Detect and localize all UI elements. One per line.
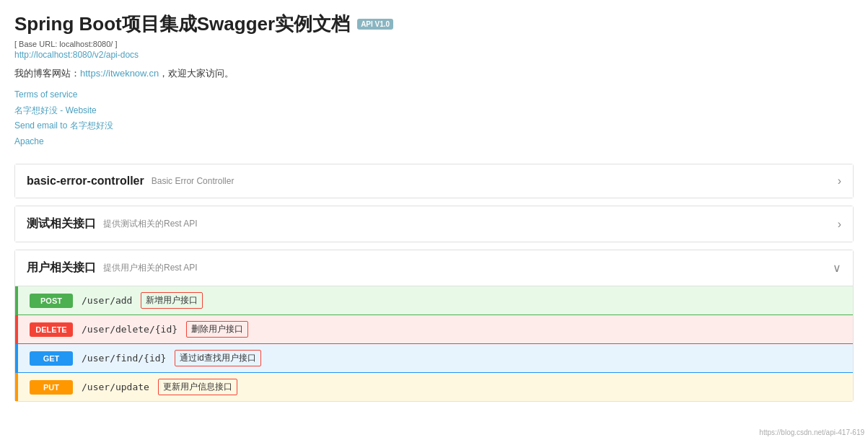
controller-desc: 提供测试相关的Rest API xyxy=(103,218,198,230)
chevron-icon: ∨ xyxy=(833,261,841,275)
controller-group: 用户相关接口提供用户相关的Rest API∨POST/user/add新增用户接… xyxy=(14,250,854,402)
controller-header[interactable]: basic-error-controllerBasic Error Contro… xyxy=(15,164,853,198)
endpoint-path: /user/delete/{id} xyxy=(82,324,177,335)
page-header: Spring Boot项目集成Swagger实例文档 API V1.0 xyxy=(14,12,854,37)
endpoint-summary: 删除用户接口 xyxy=(186,321,248,338)
blog-link[interactable]: https://itweknow.cn xyxy=(80,68,159,79)
controller-title: 用户相关接口提供用户相关的Rest API xyxy=(27,260,198,276)
endpoint-row[interactable]: POST/user/add新增用户接口 xyxy=(15,286,853,315)
method-badge-put: PUT xyxy=(30,380,73,395)
description-text: 我的博客网站：https://itweknow.cn，欢迎大家访问。 xyxy=(14,67,854,80)
controller-name: 测试相关接口 xyxy=(27,216,96,232)
endpoint-row[interactable]: PUT/user/update更新用户信息接口 xyxy=(15,373,853,401)
controller-desc: Basic Error Controller xyxy=(152,176,234,186)
meta-link[interactable]: 名字想好没 - Website xyxy=(14,103,854,119)
controller-group: 测试相关接口提供测试相关的Rest API› xyxy=(14,206,854,242)
controller-title: basic-error-controllerBasic Error Contro… xyxy=(27,175,234,188)
method-badge-delete: DELETE xyxy=(30,322,73,337)
method-badge-post: POST xyxy=(30,294,73,308)
chevron-icon: › xyxy=(838,218,841,231)
controllers-section: basic-error-controllerBasic Error Contro… xyxy=(14,164,854,402)
endpoints-container: POST/user/add新增用户接口DELETE/user/delete/{i… xyxy=(15,286,853,401)
controller-title: 测试相关接口提供测试相关的Rest API xyxy=(27,216,198,232)
endpoint-row[interactable]: GET/user/find/{id}通过id查找用户接口 xyxy=(15,344,853,373)
page-container: Spring Boot项目集成Swagger实例文档 API V1.0 [ Ba… xyxy=(0,0,868,421)
meta-link[interactable]: Apache xyxy=(14,134,854,150)
controller-group: basic-error-controllerBasic Error Contro… xyxy=(14,164,854,198)
api-version-badge: API V1.0 xyxy=(357,19,393,30)
description-prefix: 我的博客网站： xyxy=(14,68,80,79)
endpoint-path: /user/find/{id} xyxy=(82,353,166,364)
meta-link[interactable]: Send email to 名字想好没 xyxy=(14,118,854,134)
endpoint-summary: 通过id查找用户接口 xyxy=(175,350,260,366)
controller-header[interactable]: 测试相关接口提供测试相关的Rest API› xyxy=(15,206,853,242)
endpoint-row[interactable]: DELETE/user/delete/{id}删除用户接口 xyxy=(15,315,853,344)
description-suffix: ，欢迎大家访问。 xyxy=(159,68,234,79)
page-title: Spring Boot项目集成Swagger实例文档 xyxy=(14,12,350,37)
endpoint-path: /user/add xyxy=(82,295,132,306)
endpoint-path: /user/update xyxy=(82,382,149,392)
chevron-icon: › xyxy=(838,175,841,188)
controller-name: 用户相关接口 xyxy=(27,260,96,276)
endpoint-summary: 更新用户信息接口 xyxy=(158,379,237,395)
endpoint-summary: 新增用户接口 xyxy=(141,292,203,309)
controller-header[interactable]: 用户相关接口提供用户相关的Rest API∨ xyxy=(15,250,853,286)
base-url: [ Base URL: localhost:8080/ ] xyxy=(14,40,854,48)
controller-desc: 提供用户相关的Rest API xyxy=(103,262,198,274)
method-badge-get: GET xyxy=(30,351,73,366)
meta-link[interactable]: Terms of service xyxy=(14,87,854,103)
meta-links: Terms of service名字想好没 - WebsiteSend emai… xyxy=(14,87,854,149)
controller-name: basic-error-controller xyxy=(27,175,144,188)
api-docs-link[interactable]: http://localhost:8080/v2/api-docs xyxy=(14,50,854,60)
